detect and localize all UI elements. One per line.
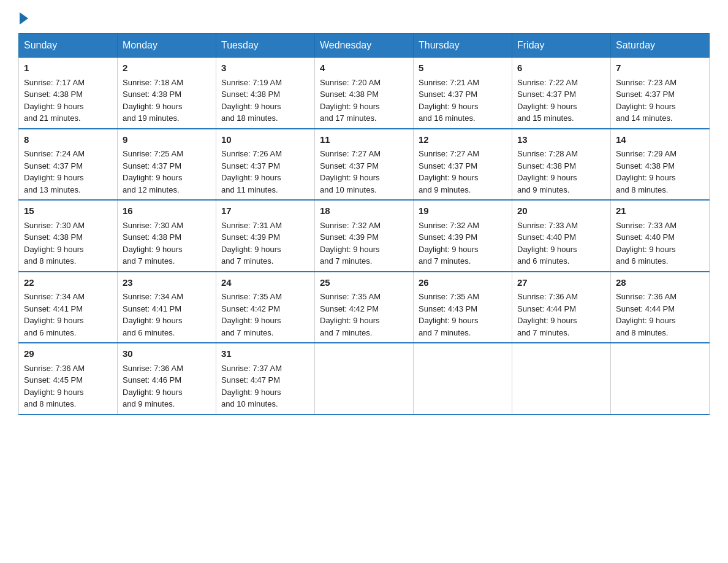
day-number: 13 (517, 133, 605, 147)
calendar-week-row: 8Sunrise: 7:24 AMSunset: 4:37 PMDaylight… (19, 129, 710, 201)
calendar-cell: 2Sunrise: 7:18 AMSunset: 4:38 PMDaylight… (118, 58, 216, 129)
day-number: 1 (24, 61, 112, 75)
calendar-week-row: 29Sunrise: 7:36 AMSunset: 4:45 PMDayligh… (19, 343, 710, 415)
calendar-cell (414, 343, 512, 415)
day-number: 3 (221, 61, 309, 75)
day-number: 4 (320, 61, 408, 75)
calendar-cell (611, 343, 710, 415)
calendar-header-monday: Monday (118, 34, 216, 58)
day-number: 28 (616, 276, 704, 290)
day-number: 22 (24, 276, 112, 290)
day-number: 17 (221, 204, 309, 218)
calendar-cell: 4Sunrise: 7:20 AMSunset: 4:38 PMDaylight… (315, 58, 414, 129)
day-number: 8 (24, 133, 112, 147)
day-number: 26 (419, 276, 507, 290)
day-number: 30 (123, 347, 211, 361)
day-number: 23 (123, 276, 211, 290)
calendar-header-sunday: Sunday (19, 34, 118, 58)
day-number: 5 (419, 61, 507, 75)
day-number: 14 (616, 133, 704, 147)
calendar-week-row: 1Sunrise: 7:17 AMSunset: 4:38 PMDaylight… (19, 58, 710, 129)
calendar-cell: 21Sunrise: 7:33 AMSunset: 4:40 PMDayligh… (611, 200, 710, 272)
day-number: 15 (24, 204, 112, 218)
calendar-cell: 10Sunrise: 7:26 AMSunset: 4:37 PMDayligh… (216, 129, 315, 201)
calendar-table: SundayMondayTuesdayWednesdayThursdayFrid… (18, 33, 710, 415)
calendar-header-wednesday: Wednesday (315, 34, 414, 58)
calendar-cell: 3Sunrise: 7:19 AMSunset: 4:38 PMDaylight… (216, 58, 315, 129)
calendar-cell: 16Sunrise: 7:30 AMSunset: 4:38 PMDayligh… (118, 200, 216, 272)
day-number: 10 (221, 133, 309, 147)
calendar-cell: 29Sunrise: 7:36 AMSunset: 4:45 PMDayligh… (19, 343, 118, 415)
calendar-cell: 19Sunrise: 7:32 AMSunset: 4:39 PMDayligh… (414, 200, 512, 272)
calendar-cell: 18Sunrise: 7:32 AMSunset: 4:39 PMDayligh… (315, 200, 414, 272)
calendar-header-saturday: Saturday (611, 34, 710, 58)
calendar-cell: 30Sunrise: 7:36 AMSunset: 4:46 PMDayligh… (118, 343, 216, 415)
calendar-cell: 11Sunrise: 7:27 AMSunset: 4:37 PMDayligh… (315, 129, 414, 201)
calendar-cell: 15Sunrise: 7:30 AMSunset: 4:38 PMDayligh… (19, 200, 118, 272)
calendar-cell (315, 343, 414, 415)
calendar-cell: 25Sunrise: 7:35 AMSunset: 4:42 PMDayligh… (315, 272, 414, 343)
day-number: 6 (517, 61, 605, 75)
day-number: 9 (123, 133, 211, 147)
day-number: 18 (320, 204, 408, 218)
calendar-cell: 26Sunrise: 7:35 AMSunset: 4:43 PMDayligh… (414, 272, 512, 343)
calendar-cell: 7Sunrise: 7:23 AMSunset: 4:37 PMDaylight… (611, 58, 710, 129)
day-number: 2 (123, 61, 211, 75)
day-number: 27 (517, 276, 605, 290)
calendar-cell: 13Sunrise: 7:28 AMSunset: 4:38 PMDayligh… (512, 129, 611, 201)
calendar-cell: 9Sunrise: 7:25 AMSunset: 4:37 PMDaylight… (118, 129, 216, 201)
calendar-cell (512, 343, 611, 415)
calendar-week-row: 22Sunrise: 7:34 AMSunset: 4:41 PMDayligh… (19, 272, 710, 343)
day-number: 29 (24, 347, 112, 361)
calendar-cell: 14Sunrise: 7:29 AMSunset: 4:38 PMDayligh… (611, 129, 710, 201)
day-number: 12 (419, 133, 507, 147)
calendar-cell: 1Sunrise: 7:17 AMSunset: 4:38 PMDaylight… (19, 58, 118, 129)
logo-arrow-icon (20, 12, 28, 25)
calendar-header-thursday: Thursday (414, 34, 512, 58)
calendar-cell: 8Sunrise: 7:24 AMSunset: 4:37 PMDaylight… (19, 129, 118, 201)
calendar-header-tuesday: Tuesday (216, 34, 315, 58)
logo (18, 12, 29, 22)
day-number: 31 (221, 347, 309, 361)
calendar-cell: 24Sunrise: 7:35 AMSunset: 4:42 PMDayligh… (216, 272, 315, 343)
page-header (18, 12, 710, 22)
calendar-cell: 31Sunrise: 7:37 AMSunset: 4:47 PMDayligh… (216, 343, 315, 415)
calendar-cell: 5Sunrise: 7:21 AMSunset: 4:37 PMDaylight… (414, 58, 512, 129)
day-number: 24 (221, 276, 309, 290)
calendar-cell: 27Sunrise: 7:36 AMSunset: 4:44 PMDayligh… (512, 272, 611, 343)
calendar-cell: 20Sunrise: 7:33 AMSunset: 4:40 PMDayligh… (512, 200, 611, 272)
calendar-cell: 17Sunrise: 7:31 AMSunset: 4:39 PMDayligh… (216, 200, 315, 272)
calendar-header-friday: Friday (512, 34, 611, 58)
day-number: 21 (616, 204, 704, 218)
calendar-cell: 12Sunrise: 7:27 AMSunset: 4:37 PMDayligh… (414, 129, 512, 201)
day-number: 11 (320, 133, 408, 147)
calendar-cell: 6Sunrise: 7:22 AMSunset: 4:37 PMDaylight… (512, 58, 611, 129)
calendar-cell: 23Sunrise: 7:34 AMSunset: 4:41 PMDayligh… (118, 272, 216, 343)
calendar-cell: 28Sunrise: 7:36 AMSunset: 4:44 PMDayligh… (611, 272, 710, 343)
day-number: 25 (320, 276, 408, 290)
day-number: 20 (517, 204, 605, 218)
day-number: 7 (616, 61, 704, 75)
day-number: 19 (419, 204, 507, 218)
calendar-cell: 22Sunrise: 7:34 AMSunset: 4:41 PMDayligh… (19, 272, 118, 343)
calendar-week-row: 15Sunrise: 7:30 AMSunset: 4:38 PMDayligh… (19, 200, 710, 272)
day-number: 16 (123, 204, 211, 218)
calendar-header-row: SundayMondayTuesdayWednesdayThursdayFrid… (19, 34, 710, 58)
